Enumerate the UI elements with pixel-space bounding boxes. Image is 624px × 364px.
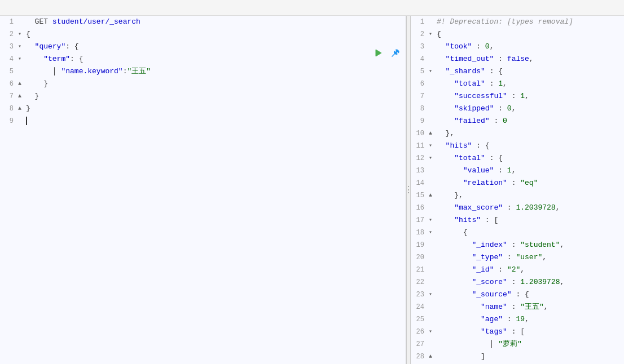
code-line: 9 [0,115,406,127]
code-line: 15▲ }, [411,189,624,202]
line-number: 10 [411,127,429,140]
line-number: 5 [411,65,429,78]
code-line: 8 "skipped" : 0, [411,103,624,115]
line-number: 16 [411,202,429,214]
fold-arrow[interactable]: ▾ [18,41,25,53]
code-line: 11▾ "hits" : { [411,140,624,152]
fold-arrow[interactable]: ▾ [429,214,436,227]
code-line: 6▲ } [0,78,406,90]
menu-help[interactable] [32,7,36,9]
code-content: "skipped" : 0, [436,103,624,115]
line-number: 27 [411,338,429,350]
code-content: "max_score" : 1.2039728, [436,202,624,214]
line-number: 18 [411,227,429,239]
line-number: 6 [0,78,18,90]
code-content [25,115,406,127]
code-content: "hits" : { [436,140,624,152]
fold-arrow[interactable]: ▾ [429,28,436,41]
fold-arrow[interactable]: ▲ [429,350,436,363]
line-number: 8 [0,103,18,115]
code-content: "_index" : "student", [436,239,624,251]
code-content: GET student/user/_search [25,16,406,28]
fold-arrow[interactable]: ▾ [18,53,25,65]
toolbar-icons [372,47,401,59]
code-content: "tags" : [ [436,326,624,338]
line-number: 24 [411,301,429,313]
code-line: 4 "timed_out" : false, [411,53,624,65]
code-line: 28▲ ] [411,350,624,363]
code-content: "value" : 1, [436,165,624,177]
line-number: 3 [411,41,429,53]
svg-marker-0 [376,50,381,56]
code-line: 5 │ "name.keyword":"王五" [0,65,406,78]
code-line: 2▾{ [411,28,624,41]
line-number: 5 [0,65,18,78]
code-line: 3 "took" : 0, [411,41,624,53]
code-line: 25 "age" : 19, [411,313,624,326]
line-number: 22 [411,276,429,288]
code-content: "timed_out" : false, [436,53,624,65]
fold-arrow[interactable]: ▲ [18,103,25,115]
run-button[interactable] [372,47,384,59]
right-panel: 1 #! Deprecation: [types removal]2▾{3 "t… [411,16,624,364]
text-cursor [26,117,27,125]
code-line: 3▾ "query": { [0,41,406,53]
code-content: { [436,227,624,239]
fold-arrow[interactable]: ▲ [18,78,25,90]
code-line: 18▾ { [411,227,624,239]
code-content: { [436,28,624,41]
line-number: 4 [0,53,18,65]
code-content: "successful" : 1, [436,90,624,103]
code-content: "total" : { [436,152,624,165]
code-content: "failed" : 0 [436,115,624,127]
line-number: 23 [411,288,429,301]
fold-arrow[interactable]: ▾ [18,28,25,41]
fold-arrow[interactable]: ▲ [429,127,436,140]
code-line: 26▾ "tags" : [ [411,326,624,338]
fold-arrow[interactable]: ▾ [429,65,436,78]
editor-container: 1 GET student/user/_search2▾{3▾ "query":… [0,16,624,364]
code-line: 17▾ "hits" : [ [411,214,624,227]
fold-arrow[interactable]: ▲ [18,90,25,103]
line-number: 1 [0,16,18,28]
fold-arrow[interactable]: ▾ [429,227,436,239]
line-number: 3 [0,41,18,53]
left-code-editor[interactable]: 1 GET student/user/_search2▾{3▾ "query":… [0,16,406,364]
fold-arrow[interactable]: ▾ [429,326,436,338]
code-line: 20 "_type" : "user", [411,251,624,264]
line-number: 2 [0,28,18,41]
code-line: 27 │ "萝莉" [411,338,624,350]
line-number: 25 [411,313,429,326]
code-content: "_id" : "2", [436,264,624,276]
code-line: 9 "failed" : 0 [411,115,624,127]
fold-arrow[interactable]: ▾ [429,152,436,165]
menu-settings[interactable] [18,7,23,9]
code-line: 16 "max_score" : 1.2039728, [411,202,624,214]
line-number: 1 [411,16,429,28]
code-content: "_shards" : { [436,65,624,78]
code-content: "term": { [25,53,406,65]
code-content: "name" : "王五", [436,301,624,313]
code-content: }, [436,189,624,202]
code-line: 1 GET student/user/_search [0,16,406,28]
line-number: 9 [411,115,429,127]
code-line: 21 "_id" : "2", [411,264,624,276]
wrench-button[interactable] [389,47,401,59]
fold-arrow[interactable]: ▲ [429,189,436,202]
code-content: "_score" : 1.2039728, [436,276,624,288]
code-content: } [25,103,406,115]
code-content: "_type" : "user", [436,251,624,264]
code-content: "_source" : { [436,288,624,301]
line-number: 9 [0,115,18,127]
fold-arrow[interactable]: ▾ [429,140,436,152]
menu-history[interactable] [5,7,9,9]
panel-separator[interactable]: ⋮ [406,16,411,364]
code-line: 1 #! Deprecation: [types removal] [411,16,624,28]
line-number: 6 [411,78,429,90]
code-content: │ "萝莉" [436,338,624,350]
code-line: 6 "total" : 1, [411,78,624,90]
left-panel: 1 GET student/user/_search2▾{3▾ "query":… [0,16,406,364]
line-number: 19 [411,239,429,251]
fold-arrow[interactable]: ▾ [429,288,436,301]
line-number: 4 [411,53,429,65]
